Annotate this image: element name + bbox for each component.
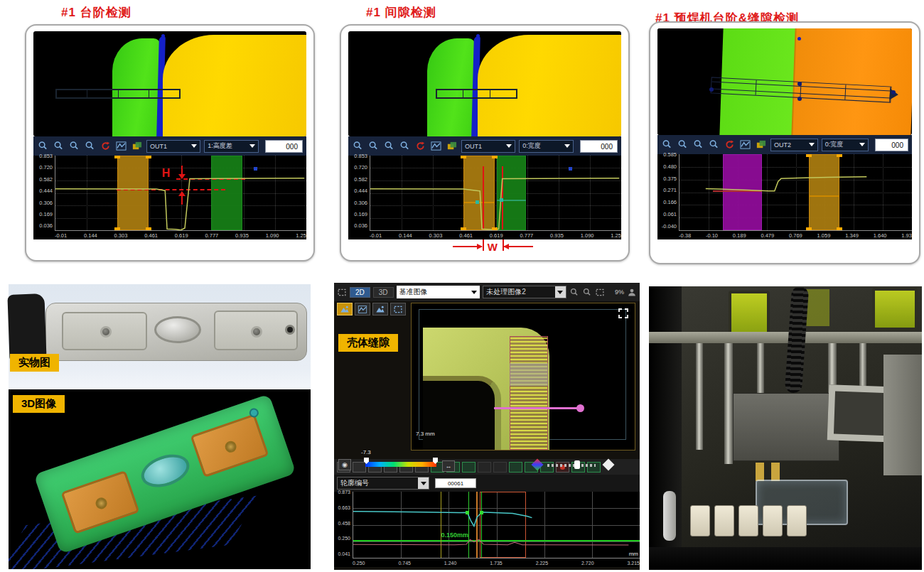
handle-dot[interactable] [797, 97, 802, 101]
height-color-scale[interactable] [365, 462, 436, 467]
zoom-out-icon[interactable] [53, 141, 65, 151]
chevron-down-icon [859, 143, 865, 146]
profile-button[interactable] [355, 303, 370, 315]
position-slider[interactable] [547, 464, 596, 467]
gap-measure-band [510, 336, 548, 450]
tick-label: 0.189 [733, 232, 746, 239]
profile-view-icon[interactable] [739, 139, 751, 150]
mk [569, 167, 572, 171]
zoom-area-icon[interactable] [692, 139, 704, 150]
out-select[interactable]: OUT2 [770, 139, 818, 151]
toolbar-icon[interactable] [587, 462, 601, 473]
gap-width-label: W [488, 241, 498, 253]
brass-fitting [756, 463, 764, 481]
layers-icon[interactable] [131, 141, 143, 151]
record-icon[interactable] [556, 462, 569, 473]
tick-label: 0.375 [663, 176, 677, 182]
chevron-down-icon [809, 143, 815, 146]
toolbar-icon[interactable] [478, 462, 491, 473]
profile-view-icon[interactable] [115, 141, 127, 151]
zoom-area-icon[interactable] [68, 141, 80, 151]
tick-label: 1.090 [581, 232, 594, 239]
toolbar-icon[interactable] [493, 462, 507, 473]
x-axis: -0.010.1440.3030.4610.6190.7770.9351.090… [55, 231, 306, 239]
range-button[interactable]: ↔ [442, 460, 455, 472]
handle [461, 156, 466, 158]
refresh-icon[interactable] [100, 141, 112, 151]
image-select[interactable]: 基准图像 [397, 286, 480, 298]
panel1-title: #1 台阶检测 [61, 4, 131, 21]
processing-select[interactable]: 未处理图像2 [483, 286, 566, 298]
zoom-area-icon[interactable] [383, 141, 395, 151]
height-image-button[interactable] [337, 303, 353, 315]
zoom-fit-icon[interactable] [84, 141, 96, 151]
expand-icon[interactable] [618, 308, 629, 319]
tick-label: 0.169 [354, 212, 367, 217]
handle [837, 154, 842, 157]
mode-select[interactable]: 1:高度差 [204, 140, 258, 153]
photo-label: 实物图 [10, 354, 59, 372]
layout-icon[interactable] [337, 288, 347, 297]
handle-dot[interactable] [709, 87, 714, 92]
h-arrow-down [181, 166, 183, 176]
color-mode-button[interactable]: ◉ [338, 459, 351, 470]
toolbar-icon[interactable] [509, 462, 522, 473]
zoom-out-icon[interactable] [677, 139, 689, 150]
machine-part [872, 288, 918, 330]
toolbar-icon[interactable] [353, 462, 366, 473]
tick-label: 1.090 [266, 232, 279, 239]
gap-measure-chart-wrap: 0.8730.6630.4580.2500.041 0.150mm 0.2500… [334, 492, 640, 567]
equipment-photo [649, 286, 922, 570]
refresh-icon[interactable] [414, 141, 426, 151]
refresh-icon[interactable] [724, 139, 736, 150]
out-select[interactable]: OUT1 [461, 140, 515, 153]
profile-view-icon[interactable] [430, 141, 442, 151]
photo-shape [112, 38, 160, 136]
height-map-image [348, 31, 621, 136]
tick-label: 0.271 [663, 188, 677, 193]
zoom-out-icon[interactable] [582, 288, 592, 297]
zoom-in-icon[interactable] [37, 141, 49, 151]
zoom-in-icon[interactable] [352, 141, 364, 151]
mode-select[interactable]: 0:宽度 [822, 139, 869, 151]
zoom-out-icon[interactable] [367, 141, 380, 151]
tick-label: 0.444 [39, 188, 53, 194]
slider-handle[interactable] [574, 460, 580, 469]
toolbar-icon[interactable] [462, 462, 476, 473]
zoom-fit-icon[interactable] [708, 139, 720, 150]
mode-select[interactable]: 0:宽度 [519, 140, 573, 153]
value-display: 000 [265, 140, 303, 153]
texture-button[interactable] [372, 303, 388, 315]
tick-label: 1.059 [817, 232, 831, 239]
out-select[interactable]: OUT1 [146, 140, 200, 153]
tick-label: 0.853 [354, 153, 367, 159]
camera-image-view[interactable]: 7.3 mm [411, 303, 635, 450]
tick-label: 0.041 [338, 551, 350, 556]
fit-screen-icon[interactable] [595, 288, 605, 297]
screw-hole [100, 326, 112, 338]
user-icon[interactable] [627, 288, 637, 297]
profile-select[interactable]: 轮廓编号 [337, 477, 429, 490]
zoom-in-icon[interactable] [569, 288, 579, 297]
tab-3d[interactable]: 3D [373, 287, 394, 298]
handle-dot[interactable] [797, 82, 802, 86]
measure-region-overlay[interactable] [436, 89, 517, 98]
profile-position-arrow[interactable] [494, 407, 581, 409]
tool-button[interactable] [390, 303, 406, 315]
photo-shape [797, 37, 801, 41]
tick-label: 0.873 [338, 490, 350, 495]
inspector-app: 2D 3D 基准图像 未处理图像2 9% 壳体缝隙 7.3 mm -7.3 ◉ [334, 283, 640, 570]
profile-number-row: 轮廓编号 00061 [334, 475, 640, 492]
y-axis: 0.5850.4800.3750.2710.1660.061-0.040 [657, 152, 679, 229]
tab-2d[interactable]: 2D [350, 287, 370, 298]
layers-icon[interactable] [446, 141, 458, 151]
scale-min-slider[interactable] [364, 458, 369, 464]
zoom-in-icon[interactable] [661, 139, 673, 150]
x-axis: -0.010.1440.3030.4610.6190.7770.9351.090… [370, 231, 621, 239]
connector-block [763, 505, 783, 536]
layers-icon[interactable] [755, 139, 767, 150]
connector-block [714, 505, 734, 536]
mk [254, 167, 257, 171]
measure-region-overlay[interactable] [55, 89, 181, 98]
zoom-fit-icon[interactable] [399, 141, 411, 151]
